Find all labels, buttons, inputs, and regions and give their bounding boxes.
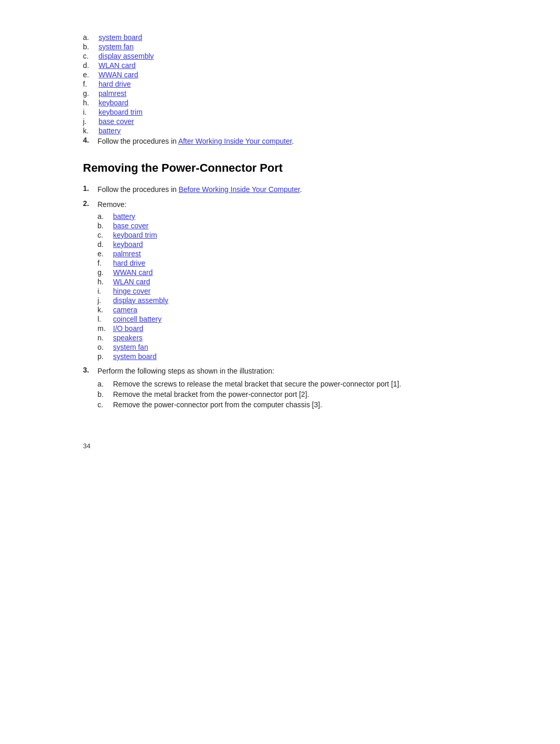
- list-item: f.hard drive: [97, 259, 477, 267]
- item-link[interactable]: I/O board: [113, 324, 143, 333]
- alpha-label: f.: [97, 259, 113, 267]
- substep-label: c.: [97, 401, 113, 409]
- list-item: g.palmrest: [83, 89, 477, 98]
- list-item: o.system fan: [97, 343, 477, 351]
- step4-item: 4. Follow the procedures in After Workin…: [83, 136, 477, 147]
- item-link[interactable]: base cover: [113, 222, 148, 230]
- alpha-label: b.: [83, 43, 99, 51]
- step1-suffix: .: [300, 185, 302, 194]
- alpha-label: i.: [83, 108, 99, 116]
- item-link[interactable]: display assembly: [99, 52, 154, 60]
- list-item: d.WLAN card: [83, 61, 477, 70]
- step4-number: 4.: [83, 136, 97, 144]
- item-link[interactable]: hard drive: [99, 80, 131, 88]
- alpha-label: b.: [97, 222, 113, 230]
- item-link[interactable]: coincell battery: [113, 315, 161, 323]
- item-link[interactable]: keyboard trim: [99, 108, 143, 116]
- item-link[interactable]: WWAN card: [99, 71, 138, 79]
- substep-text: Remove the power-connector port from the…: [113, 401, 322, 409]
- item-link[interactable]: palmrest: [113, 250, 141, 258]
- prev-install-list: a.system boardb.system fanc.display asse…: [83, 33, 477, 135]
- list-item: j.base cover: [83, 117, 477, 126]
- step2-number: 2.: [83, 199, 97, 208]
- list-item: f.hard drive: [83, 80, 477, 88]
- section-title: Removing the Power-Connector Port: [83, 161, 477, 175]
- item-link[interactable]: camera: [113, 306, 137, 314]
- item-link[interactable]: keyboard: [99, 99, 129, 107]
- list-item: a.battery: [97, 212, 477, 221]
- alpha-label: k.: [97, 306, 113, 314]
- item-link[interactable]: WLAN card: [99, 61, 136, 70]
- step4-container: 4. Follow the procedures in After Workin…: [83, 136, 477, 147]
- item-link[interactable]: display assembly: [113, 296, 169, 305]
- item-link[interactable]: palmrest: [99, 89, 127, 98]
- item-link[interactable]: WLAN card: [113, 278, 150, 286]
- item-link[interactable]: system fan: [99, 43, 134, 51]
- step1-item: 1. Follow the procedures in Before Worki…: [83, 184, 477, 195]
- after-working-link[interactable]: After Working Inside Your computer: [178, 137, 292, 145]
- alpha-label: h.: [97, 278, 113, 286]
- list-item: b.base cover: [97, 222, 477, 230]
- substep-label: b.: [97, 390, 113, 398]
- substep-text: Remove the screws to release the metal b…: [113, 380, 401, 388]
- list-item: p.system board: [97, 352, 477, 361]
- item-link[interactable]: hinge cover: [113, 287, 150, 295]
- page-content: a.system boardb.system fanc.display asse…: [83, 33, 477, 450]
- list-item: i.keyboard trim: [83, 108, 477, 116]
- alpha-label: g.: [83, 89, 99, 98]
- list-item: c.keyboard trim: [97, 231, 477, 239]
- alpha-label: j.: [83, 117, 99, 126]
- item-link[interactable]: system fan: [113, 343, 148, 351]
- alpha-label: d.: [83, 61, 99, 70]
- list-item: i.hinge cover: [97, 287, 477, 295]
- list-item: k.battery: [83, 127, 477, 135]
- step4-text: Follow the procedures in: [97, 137, 178, 145]
- step3-item: 3. Perform the following steps as shown …: [83, 366, 477, 411]
- item-link[interactable]: battery: [113, 212, 135, 221]
- substep-item: c.Remove the power-connector port from t…: [97, 401, 477, 409]
- item-link[interactable]: base cover: [99, 117, 134, 126]
- prev-section: a.system boardb.system fanc.display asse…: [83, 33, 477, 147]
- item-link[interactable]: WWAN card: [113, 268, 152, 277]
- step1-text: Follow the procedures in: [97, 185, 178, 194]
- alpha-label: c.: [97, 231, 113, 239]
- step2-content: Remove: a.batteryb.base coverc.keyboard …: [97, 199, 477, 362]
- item-link[interactable]: hard drive: [113, 259, 145, 267]
- step2-intro: Remove:: [97, 200, 127, 209]
- page-number: 34: [83, 442, 477, 450]
- list-item: l.coincell battery: [97, 315, 477, 323]
- list-item: h.WLAN card: [97, 278, 477, 286]
- list-item: b.system fan: [83, 43, 477, 51]
- step4-content: Follow the procedures in After Working I…: [97, 136, 477, 147]
- alpha-label: c.: [83, 52, 99, 60]
- alpha-label: k.: [83, 127, 99, 135]
- alpha-label: m.: [97, 324, 113, 333]
- before-working-link[interactable]: Before Working Inside Your Computer: [178, 185, 300, 194]
- substep-text: Remove the metal bracket from the power-…: [113, 390, 309, 398]
- item-link[interactable]: system board: [113, 352, 157, 361]
- list-item: e.palmrest: [97, 250, 477, 258]
- substep-item: a.Remove the screws to release the metal…: [97, 380, 477, 388]
- alpha-label: a.: [97, 212, 113, 221]
- alpha-label: p.: [97, 352, 113, 361]
- list-item: m.I/O board: [97, 324, 477, 333]
- alpha-label: h.: [83, 99, 99, 107]
- alpha-label: e.: [83, 71, 99, 79]
- alpha-label: n.: [97, 334, 113, 342]
- list-item: a.system board: [83, 33, 477, 42]
- step3-content: Perform the following steps as shown in …: [97, 366, 477, 411]
- alpha-label: g.: [97, 268, 113, 277]
- list-item: n.speakers: [97, 334, 477, 342]
- step2-item: 2. Remove: a.batteryb.base coverc.keyboa…: [83, 199, 477, 362]
- step1-content: Follow the procedures in Before Working …: [97, 184, 477, 195]
- list-item: h.keyboard: [83, 99, 477, 107]
- step3-intro: Perform the following steps as shown in …: [97, 367, 274, 375]
- item-link[interactable]: system board: [99, 33, 142, 42]
- item-link[interactable]: keyboard: [113, 240, 143, 249]
- alpha-label: o.: [97, 343, 113, 351]
- item-link[interactable]: speakers: [113, 334, 143, 342]
- alpha-label: l.: [97, 315, 113, 323]
- item-link[interactable]: keyboard trim: [113, 231, 157, 239]
- item-link[interactable]: battery: [99, 127, 121, 135]
- list-item: k.camera: [97, 306, 477, 314]
